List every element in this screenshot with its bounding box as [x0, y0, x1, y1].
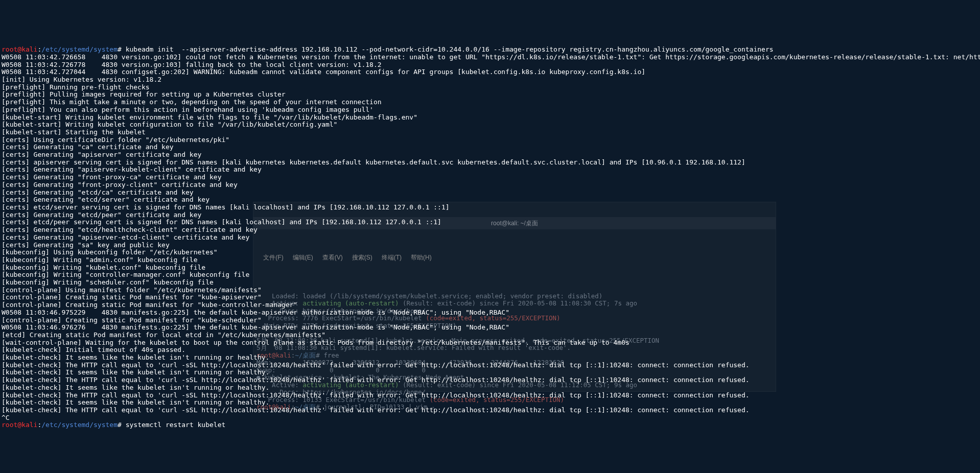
prompt-hash: #: [118, 421, 122, 429]
prompt-path: /etc/systemd/system: [41, 421, 118, 429]
prompt-user-host: root@kali: [2, 421, 37, 429]
terminal-output: W0508 11:03:42.726658 4830 version.go:10…: [2, 53, 980, 421]
command-text: systemctl restart kubelet: [122, 421, 226, 429]
foreground-terminal[interactable]: root@kali:/etc/systemd/system# kubeadm i…: [0, 45, 980, 430]
prompt-hash: #: [118, 45, 122, 53]
prompt-path: /etc/systemd/system: [41, 45, 118, 53]
command-text: kubeadm init --apiserver-advertise-addre…: [122, 45, 774, 53]
prompt-user-host: root@kali: [2, 45, 37, 53]
